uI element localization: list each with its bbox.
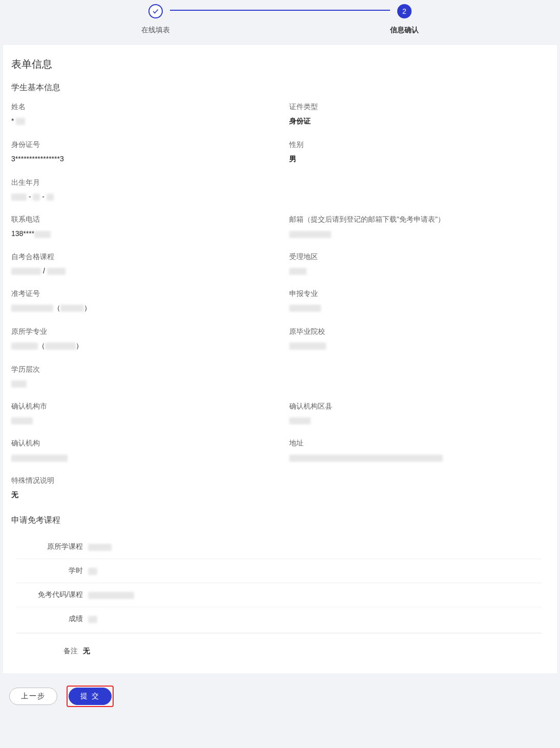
form-card: 表单信息 学生基本信息 姓名 * 证件类型 身份证 身份证号 3********… xyxy=(3,45,557,673)
field-edu-level: 学历层次 xyxy=(11,365,547,388)
label-orig-school: 原毕业院校 xyxy=(289,327,547,336)
fields-grid: 姓名 * 证件类型 身份证 身份证号 3****************3 性别… xyxy=(11,102,547,500)
row-score: 成绩 xyxy=(16,607,542,631)
step-1: 在线填表 xyxy=(141,4,170,35)
value-id-number: 3****************3 xyxy=(11,155,269,163)
value-orig-course xyxy=(88,543,112,551)
value-orig-major: （） xyxy=(11,341,269,351)
check-icon xyxy=(152,8,159,15)
field-confirm-org: 确认机构 xyxy=(11,439,269,461)
section-exemption: 申请免考课程 原所学课程 学时 免考代码/课程 成绩 备注 无 xyxy=(11,515,547,668)
step-2-label: 信息确认 xyxy=(390,26,419,35)
row-hours: 学时 xyxy=(16,559,542,583)
step-connector xyxy=(170,10,390,11)
label-exam-no: 准考证号 xyxy=(11,289,269,298)
label-score: 成绩 xyxy=(16,614,88,624)
label-confirm-county: 确认机构区县 xyxy=(289,402,547,411)
field-area: 受理地区 xyxy=(289,252,547,275)
value-edu-level xyxy=(11,379,547,388)
field-pass-course: 自考合格课程 / xyxy=(11,252,269,275)
field-apply-major: 申报专业 xyxy=(289,289,547,313)
value-special: 无 xyxy=(11,490,547,500)
field-email: 邮箱（提交后请到登记的邮箱下载"免考申请表"） xyxy=(289,215,547,238)
field-id-number: 身份证号 3****************3 xyxy=(11,140,269,164)
label-special: 特殊情况说明 xyxy=(11,476,547,485)
value-address xyxy=(289,453,547,461)
value-exam-no: （） xyxy=(11,304,269,313)
label-email: 邮箱（提交后请到登记的邮箱下载"免考申请表"） xyxy=(289,215,547,224)
step-1-circle xyxy=(148,4,163,18)
field-name: 姓名 * xyxy=(11,102,269,126)
row-code-course: 免考代码/课程 xyxy=(16,583,542,607)
label-area: 受理地区 xyxy=(289,252,547,262)
field-phone: 联系电话 138**** xyxy=(11,215,269,238)
page-title: 表单信息 xyxy=(11,57,547,71)
label-birth: 出生年月 xyxy=(11,178,547,187)
value-area xyxy=(289,267,547,275)
value-hours xyxy=(88,567,97,575)
label-pass-course: 自考合格课程 xyxy=(11,252,269,262)
label-orig-course: 原所学课程 xyxy=(16,542,88,551)
value-apply-major xyxy=(289,304,547,312)
value-remark: 无 xyxy=(83,647,90,656)
step-2: 2 信息确认 xyxy=(390,4,419,35)
value-pass-course: / xyxy=(11,267,269,275)
label-edu-level: 学历层次 xyxy=(11,365,547,374)
field-birth: 出生年月 - - xyxy=(11,178,547,201)
label-confirm-city: 确认机构市 xyxy=(11,402,269,411)
value-code-course xyxy=(88,591,134,599)
section-student-basic: 学生基本信息 xyxy=(11,82,547,93)
label-id-type: 证件类型 xyxy=(289,102,547,112)
row-remark: 备注 无 xyxy=(11,644,547,668)
value-birth: - - xyxy=(11,193,547,201)
field-address: 地址 xyxy=(289,439,547,461)
prev-button[interactable]: 上一步 xyxy=(9,688,57,705)
step-1-label: 在线填表 xyxy=(141,26,170,35)
value-confirm-org xyxy=(11,453,269,461)
field-confirm-county: 确认机构区县 xyxy=(289,402,547,424)
value-name: * xyxy=(11,117,269,125)
stepper: 在线填表 2 信息确认 xyxy=(0,0,560,45)
field-confirm-city: 确认机构市 xyxy=(11,402,269,424)
label-code-course: 免考代码/课程 xyxy=(16,590,88,600)
value-confirm-city xyxy=(11,416,269,424)
label-phone: 联系电话 xyxy=(11,215,269,224)
label-remark: 备注 xyxy=(11,647,83,656)
value-confirm-county xyxy=(289,416,547,424)
value-score xyxy=(88,615,97,623)
row-orig-course: 原所学课程 xyxy=(16,535,542,559)
label-confirm-org: 确认机构 xyxy=(11,439,269,448)
value-phone: 138**** xyxy=(11,229,269,238)
course-rows: 原所学课程 学时 免考代码/课程 成绩 xyxy=(16,535,542,633)
step-2-circle: 2 xyxy=(397,4,412,18)
field-orig-school: 原毕业院校 xyxy=(289,327,547,351)
value-email xyxy=(289,229,547,238)
value-id-type: 身份证 xyxy=(289,117,547,126)
value-orig-school xyxy=(289,341,547,350)
footer-actions: 上一步 提 交 xyxy=(0,673,560,724)
label-gender: 性别 xyxy=(289,140,547,149)
label-orig-major: 原所学专业 xyxy=(11,327,269,336)
field-orig-major: 原所学专业 （） xyxy=(11,327,269,351)
label-address: 地址 xyxy=(289,439,547,448)
label-name: 姓名 xyxy=(11,102,269,112)
field-gender: 性别 男 xyxy=(289,140,547,164)
label-apply-major: 申报专业 xyxy=(289,289,547,298)
submit-button[interactable]: 提 交 xyxy=(69,688,112,705)
label-id-number: 身份证号 xyxy=(11,140,269,149)
field-exam-no: 准考证号 （） xyxy=(11,289,269,313)
label-hours: 学时 xyxy=(16,566,88,575)
field-id-type: 证件类型 身份证 xyxy=(289,102,547,126)
field-special: 特殊情况说明 无 xyxy=(11,476,547,500)
section-exemption-title: 申请免考课程 xyxy=(11,515,547,526)
submit-highlight: 提 交 xyxy=(67,686,114,707)
value-gender: 男 xyxy=(289,155,547,164)
